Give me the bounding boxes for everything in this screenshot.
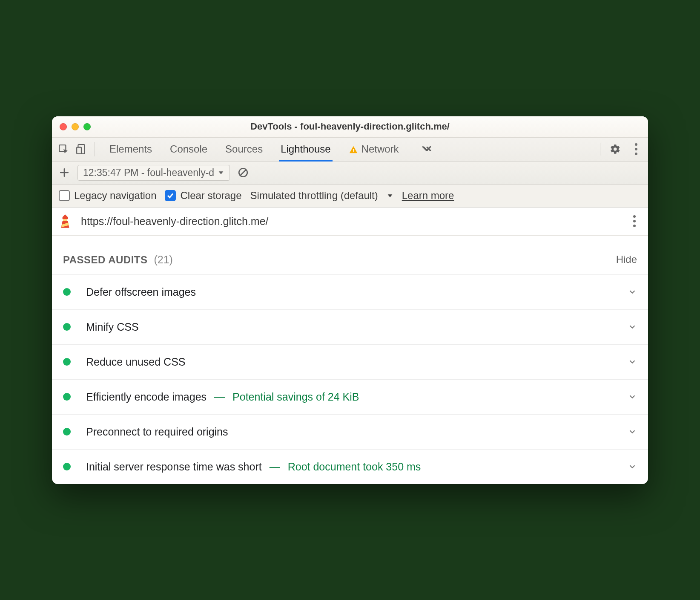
report-selector-label: 12:35:47 PM - foul-heavenly-d xyxy=(83,167,214,179)
new-report-button[interactable] xyxy=(59,167,70,178)
lighthouse-toolbar: 12:35:47 PM - foul-heavenly-d xyxy=(52,162,648,185)
device-toolbar-icon[interactable] xyxy=(76,144,87,155)
pass-indicator-icon xyxy=(63,463,71,470)
throttling-caret-icon[interactable] xyxy=(387,192,393,199)
section-label: Passed Audits xyxy=(63,254,148,265)
passed-audits-header[interactable]: Passed Audits (21) Hide xyxy=(52,236,648,274)
audit-row[interactable]: Minify CSS xyxy=(52,310,648,345)
audit-row[interactable]: Initial server response time was short —… xyxy=(52,450,648,484)
svg-rect-2 xyxy=(77,147,81,154)
more-tabs-icon[interactable] xyxy=(421,144,432,155)
audit-row[interactable]: Efficiently encode images — Potential sa… xyxy=(52,380,648,415)
tab-console[interactable]: Console xyxy=(170,137,207,161)
chevron-down-icon xyxy=(628,392,637,401)
legacy-navigation-label: Legacy navigation xyxy=(74,190,156,202)
audit-title: Defer offscreen images xyxy=(86,286,196,298)
chevron-down-icon xyxy=(628,287,637,297)
section-count: (21) xyxy=(154,254,172,265)
clear-all-icon[interactable] xyxy=(238,167,249,178)
tab-network-label: Network xyxy=(361,143,399,155)
learn-more-link[interactable]: Learn more xyxy=(402,190,454,202)
report-selector[interactable]: 12:35:47 PM - foul-heavenly-d xyxy=(77,165,230,181)
audits-list: Defer offscreen images Minify CSS Reduce… xyxy=(52,274,648,484)
devtools-window: DevTools - foul-heavenly-direction.glitc… xyxy=(52,116,648,484)
audit-title: Initial server response time was short xyxy=(86,461,262,473)
audit-detail: Potential savings of 24 KiB xyxy=(232,391,359,403)
pass-indicator-icon xyxy=(63,428,71,436)
close-window-button[interactable] xyxy=(60,123,67,130)
separator xyxy=(600,143,600,156)
tab-sources[interactable]: Sources xyxy=(225,137,263,161)
lighthouse-options-bar: Legacy navigation Clear storage Simulate… xyxy=(52,185,648,208)
legacy-navigation-checkbox[interactable]: Legacy navigation xyxy=(59,190,156,202)
audit-row[interactable]: Reduce unused CSS xyxy=(52,345,648,380)
svg-rect-4 xyxy=(353,151,354,152)
chevron-down-icon xyxy=(628,462,637,471)
pass-indicator-icon xyxy=(63,323,71,331)
section-toggle[interactable]: Hide xyxy=(616,254,637,265)
svg-rect-3 xyxy=(353,149,354,151)
audit-title: Preconnect to required origins xyxy=(86,426,228,438)
more-options-icon[interactable] xyxy=(630,143,642,155)
audit-title: Reduce unused CSS xyxy=(86,356,185,368)
pass-indicator-icon xyxy=(63,288,71,296)
audit-title: Minify CSS xyxy=(86,321,139,333)
tab-lighthouse[interactable]: Lighthouse xyxy=(281,137,330,161)
settings-gear-icon[interactable] xyxy=(610,144,621,155)
audit-separator: — xyxy=(270,461,280,473)
audit-row[interactable]: Defer offscreen images xyxy=(52,275,648,310)
report-url: https://foul-heavenly-direction.glitch.m… xyxy=(81,215,621,228)
report-url-row: https://foul-heavenly-direction.glitch.m… xyxy=(52,208,648,236)
pass-indicator-icon xyxy=(63,358,71,366)
inspect-element-icon[interactable] xyxy=(58,144,69,155)
dropdown-caret-icon xyxy=(218,169,224,176)
chevron-down-icon xyxy=(628,322,637,332)
chevron-down-icon xyxy=(628,427,637,436)
clear-storage-checkbox[interactable]: Clear storage xyxy=(165,190,241,202)
zoom-window-button[interactable] xyxy=(83,123,91,130)
warning-icon xyxy=(349,145,358,155)
window-title: DevTools - foul-heavenly-direction.glitc… xyxy=(52,121,648,132)
throttling-label: Simulated throttling (default) xyxy=(250,190,378,202)
minimize-window-button[interactable] xyxy=(72,123,79,130)
window-controls xyxy=(60,123,91,130)
audit-title: Efficiently encode images xyxy=(86,391,207,403)
report-menu-icon[interactable] xyxy=(628,215,640,227)
pass-indicator-icon xyxy=(63,393,71,401)
audit-separator: — xyxy=(214,391,225,403)
clear-storage-label: Clear storage xyxy=(180,190,241,202)
titlebar: DevTools - foul-heavenly-direction.glitc… xyxy=(52,116,648,138)
tab-network[interactable]: Network xyxy=(349,137,399,161)
audit-detail: Root document took 350 ms xyxy=(288,461,421,473)
audit-row[interactable]: Preconnect to required origins xyxy=(52,415,648,450)
tab-elements[interactable]: Elements xyxy=(109,137,152,161)
lighthouse-icon xyxy=(57,213,73,229)
devtools-tabs-bar: Elements Console Sources Lighthouse Netw… xyxy=(52,138,648,162)
chevron-down-icon xyxy=(628,357,637,366)
svg-rect-6 xyxy=(63,219,67,221)
